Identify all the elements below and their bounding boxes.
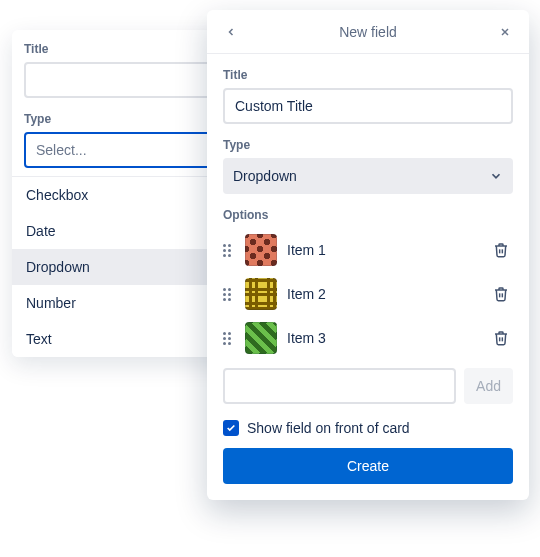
drag-handle-icon[interactable] [223,244,235,257]
chevron-down-icon [489,169,503,183]
type-value: Dropdown [233,168,297,184]
add-option-input[interactable] [223,368,456,404]
show-on-front-checkbox[interactable]: Show field on front of card [223,420,513,436]
drag-handle-icon[interactable] [223,288,235,301]
select-placeholder: Select... [36,142,87,158]
new-field-popover: New field Title Type Dropdown Options It… [207,10,529,500]
delete-button[interactable] [489,238,513,262]
option-row: Item 3 [223,316,513,360]
trash-icon [493,242,509,258]
options-label: Options [223,208,513,222]
title-input[interactable] [223,88,513,124]
title-label-popover: Title [223,68,513,82]
add-button[interactable]: Add [464,368,513,404]
option-row: Item 1 [223,228,513,272]
popover-title: New field [339,24,397,40]
delete-button[interactable] [489,282,513,306]
create-button[interactable]: Create [223,448,513,484]
item-label: Item 3 [287,330,479,346]
item-label: Item 1 [287,242,479,258]
close-button[interactable] [493,20,517,44]
type-label-popover: Type [223,138,513,152]
color-swatch-red[interactable] [245,234,277,266]
option-row: Item 2 [223,272,513,316]
color-swatch-green[interactable] [245,322,277,354]
type-select[interactable]: Dropdown [223,158,513,194]
delete-button[interactable] [489,326,513,350]
color-swatch-yellow[interactable] [245,278,277,310]
close-icon [499,26,511,38]
back-button[interactable] [219,20,243,44]
trash-icon [493,330,509,346]
drag-handle-icon[interactable] [223,332,235,345]
trash-icon [493,286,509,302]
item-label: Item 2 [287,286,479,302]
show-on-front-label: Show field on front of card [247,420,410,436]
chevron-left-icon [225,26,237,38]
checkbox-checked-icon [223,420,239,436]
